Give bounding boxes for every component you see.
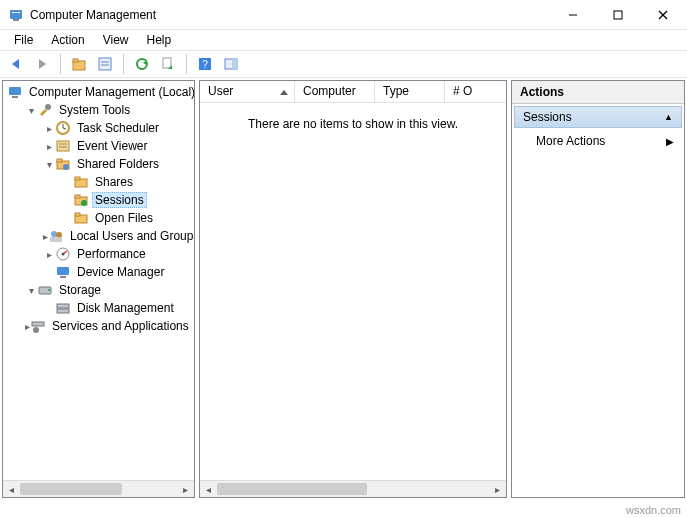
export-button[interactable] <box>156 52 180 76</box>
chevron-down-icon[interactable]: ▾ <box>43 159 55 170</box>
svg-rect-2 <box>13 19 19 21</box>
svg-point-45 <box>62 253 65 256</box>
actions-header: Actions <box>512 81 684 104</box>
tree-shares[interactable]: Shares <box>61 173 194 191</box>
tree-open-files[interactable]: Open Files <box>61 209 194 227</box>
tree-hscrollbar[interactable]: ◂ ▸ <box>3 480 194 497</box>
svg-rect-47 <box>60 276 66 278</box>
tree-pane: Computer Management (Local) ▾ System Too… <box>2 80 195 498</box>
tree-performance[interactable]: ▸ Performance <box>43 245 194 263</box>
scroll-left-icon[interactable]: ◂ <box>3 481 20 497</box>
title-bar: Computer Management <box>0 0 687 30</box>
work-area: Computer Management (Local) ▾ System Too… <box>0 78 687 500</box>
close-button[interactable] <box>640 1 685 29</box>
minimize-button[interactable] <box>550 1 595 29</box>
svg-point-49 <box>48 289 50 291</box>
column-type[interactable]: Type <box>375 81 445 102</box>
back-button[interactable] <box>4 52 28 76</box>
help-button[interactable]: ? <box>193 52 217 76</box>
tree-event-viewer[interactable]: ▸ Event Viewer <box>43 137 194 155</box>
device-manager-icon <box>55 264 71 280</box>
tree-local-users[interactable]: ▸ Local Users and Groups <box>43 227 194 245</box>
menu-action[interactable]: Action <box>43 32 92 48</box>
menu-file[interactable]: File <box>6 32 41 48</box>
svg-rect-11 <box>99 58 111 70</box>
svg-marker-7 <box>12 59 19 69</box>
tree-root[interactable]: Computer Management (Local) <box>7 83 194 101</box>
tree-system-tools[interactable]: ▾ System Tools <box>25 101 194 119</box>
svg-rect-46 <box>57 267 69 275</box>
svg-point-38 <box>81 200 87 206</box>
actions-context[interactable]: Sessions ▲ <box>514 106 682 128</box>
disk-management-icon <box>55 300 71 316</box>
svg-rect-10 <box>73 59 78 62</box>
tree-storage[interactable]: ▾ Storage <box>25 281 194 299</box>
up-button[interactable] <box>67 52 91 76</box>
refresh-button[interactable] <box>130 52 154 76</box>
list-pane: User Computer Type # O There are no item… <box>199 80 507 498</box>
tree-sessions[interactable]: Sessions <box>61 191 194 209</box>
open-files-icon <box>73 210 89 226</box>
svg-marker-8 <box>39 59 46 69</box>
properties-button[interactable] <box>93 52 117 76</box>
list-hscrollbar[interactable]: ◂ ▸ <box>200 480 506 497</box>
scroll-right-icon[interactable]: ▸ <box>177 481 194 497</box>
chevron-down-icon[interactable]: ▾ <box>25 105 37 116</box>
svg-rect-16 <box>163 58 171 68</box>
maximize-button[interactable] <box>595 1 640 29</box>
tree-label-selected: Sessions <box>92 192 147 208</box>
tree-label: Open Files <box>92 210 156 226</box>
performance-icon <box>55 246 71 262</box>
svg-rect-23 <box>12 96 18 98</box>
menu-view[interactable]: View <box>95 32 137 48</box>
actions-more-label: More Actions <box>536 134 605 148</box>
chevron-right-icon[interactable]: ▸ <box>43 249 55 260</box>
empty-message: There are no items to show in this view. <box>200 103 506 145</box>
users-icon <box>48 228 64 244</box>
svg-rect-22 <box>9 87 21 95</box>
toolbar: ? <box>0 50 687 78</box>
svg-point-33 <box>63 164 69 170</box>
tree-services-apps[interactable]: ▸ Services and Applications <box>25 317 194 335</box>
svg-rect-32 <box>57 159 62 162</box>
tree-label: Disk Management <box>74 300 177 316</box>
svg-rect-37 <box>75 195 80 198</box>
show-hide-pane-button[interactable] <box>219 52 243 76</box>
storage-icon <box>37 282 53 298</box>
clock-icon <box>55 120 71 136</box>
chevron-right-icon[interactable]: ▸ <box>43 123 55 134</box>
event-viewer-icon <box>55 138 71 154</box>
chevron-down-icon[interactable]: ▾ <box>25 285 37 296</box>
column-user[interactable]: User <box>200 81 295 102</box>
scroll-right-icon[interactable]: ▸ <box>489 481 506 497</box>
nav-tree: Computer Management (Local) ▾ System Too… <box>3 83 194 335</box>
svg-rect-50 <box>57 304 69 308</box>
svg-rect-0 <box>10 10 22 19</box>
tree-label: Shares <box>92 174 136 190</box>
svg-rect-35 <box>75 177 80 180</box>
forward-button[interactable] <box>30 52 54 76</box>
actions-context-label: Sessions <box>523 110 572 124</box>
svg-rect-51 <box>57 309 69 313</box>
tree-label: Event Viewer <box>74 138 150 154</box>
tree-label: Services and Applications <box>49 318 192 334</box>
tree-device-manager[interactable]: Device Manager <box>43 263 194 281</box>
svg-rect-1 <box>12 12 20 13</box>
watermark: wsxdn.com <box>626 504 681 516</box>
window-title: Computer Management <box>30 8 550 22</box>
column-open-files[interactable]: # O <box>445 81 506 102</box>
tree-root-label: Computer Management (Local) <box>26 84 195 100</box>
tree-task-scheduler[interactable]: ▸ Task Scheduler <box>43 119 194 137</box>
menu-help[interactable]: Help <box>139 32 180 48</box>
column-computer[interactable]: Computer <box>295 81 375 102</box>
tree-disk-management[interactable]: Disk Management <box>43 299 194 317</box>
actions-pane: Actions Sessions ▲ More Actions ▶ <box>511 80 685 498</box>
toolbar-separator <box>60 54 61 74</box>
actions-more[interactable]: More Actions ▶ <box>512 130 684 152</box>
tree-shared-folders[interactable]: ▾ Shared Folders <box>43 155 194 173</box>
svg-rect-4 <box>614 11 622 19</box>
scroll-left-icon[interactable]: ◂ <box>200 481 217 497</box>
chevron-right-icon[interactable]: ▸ <box>43 141 55 152</box>
tree-label: Local Users and Groups <box>67 228 195 244</box>
tree-label: Device Manager <box>74 264 167 280</box>
